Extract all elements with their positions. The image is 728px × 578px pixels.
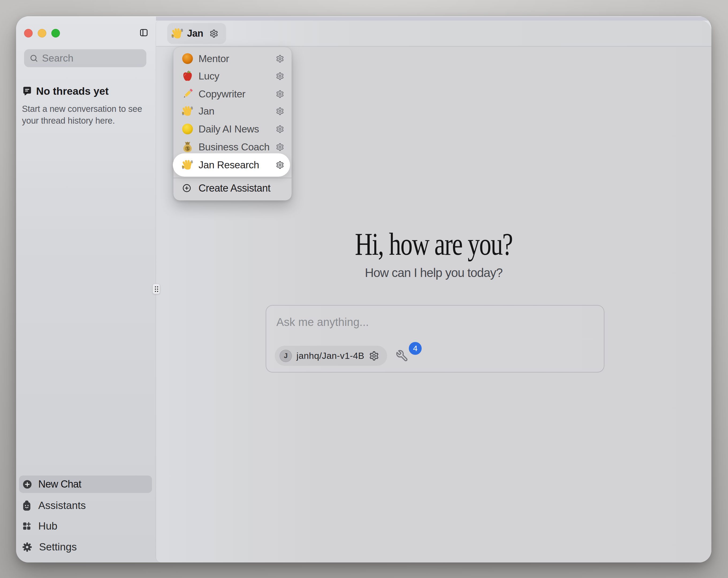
svg-text:$: $	[186, 146, 189, 151]
